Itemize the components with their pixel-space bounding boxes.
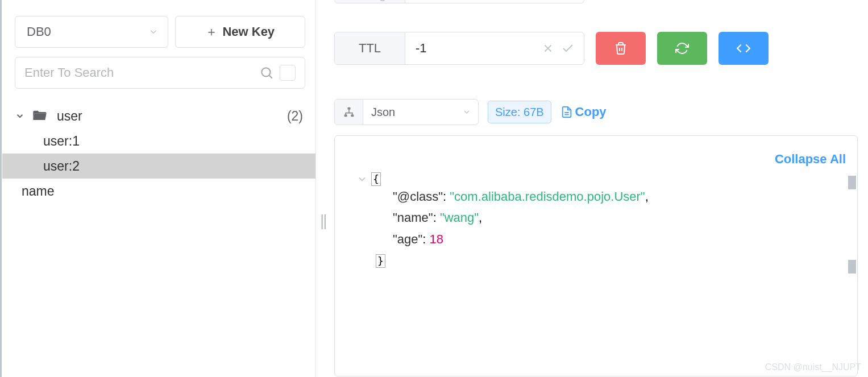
search-input-wrap xyxy=(15,57,305,89)
folder-open-icon xyxy=(32,108,48,124)
sidebar: DB0 ＋ New Key user (2) xyxy=(2,0,316,377)
collapse-all-button[interactable]: Collapse All xyxy=(775,152,846,167)
trash-icon xyxy=(614,42,628,55)
key-label: name xyxy=(22,184,55,199)
svg-point-0 xyxy=(261,68,270,76)
scrollbar-thumb[interactable] xyxy=(848,260,856,274)
key-name-input[interactable]: user:2 xyxy=(405,0,584,3)
svg-rect-5 xyxy=(344,114,347,117)
code-button[interactable] xyxy=(719,32,769,65)
tree-key-user1[interactable]: user:1 xyxy=(2,129,315,154)
tree-folder-user[interactable]: user (2) xyxy=(2,103,315,129)
copy-icon xyxy=(560,106,573,118)
db-select[interactable]: DB0 xyxy=(15,16,168,48)
search-input[interactable] xyxy=(24,65,254,80)
watermark: CSDN @nuist__NJUPT xyxy=(765,362,861,372)
left-resize-handle[interactable] xyxy=(0,0,2,377)
key-label: user:2 xyxy=(43,159,80,174)
json-line: "age": 18 xyxy=(393,229,841,250)
check-icon[interactable] xyxy=(561,42,575,55)
json-line: "name": "wang", xyxy=(393,207,841,228)
delete-button[interactable] xyxy=(596,32,646,65)
svg-rect-6 xyxy=(351,114,354,117)
chevron-down-icon xyxy=(148,27,159,37)
exact-match-toggle[interactable] xyxy=(280,65,296,81)
ttl-group: TTL -1 xyxy=(334,32,584,65)
json-line: "@class": "com.alibaba.redisdemo.pojo.Us… xyxy=(393,186,841,207)
json-viewer: Collapse All { "@class": "com.alibaba.re… xyxy=(334,135,858,376)
close-icon[interactable] xyxy=(542,42,554,55)
refresh-icon xyxy=(675,42,689,55)
key-name-text: user:2 xyxy=(416,0,450,2)
folder-count: (2) xyxy=(287,109,303,124)
key-type-label: String xyxy=(335,0,405,3)
new-key-label: New Key xyxy=(222,24,275,39)
format-label: Json xyxy=(371,106,395,119)
split-handle[interactable]: || xyxy=(320,212,326,230)
ttl-label: TTL xyxy=(335,32,405,64)
code-icon xyxy=(736,41,751,56)
ttl-value-text: -1 xyxy=(416,41,427,56)
tree-key-user2[interactable]: user:2 xyxy=(2,154,315,179)
key-label: user:1 xyxy=(43,134,80,149)
refresh-button[interactable] xyxy=(657,32,707,65)
copy-button[interactable]: Copy xyxy=(560,105,607,119)
key-type-group: String user:2 xyxy=(334,0,584,3)
svg-rect-4 xyxy=(347,107,350,110)
chevron-down-icon[interactable] xyxy=(356,173,368,185)
new-key-button[interactable]: ＋ New Key xyxy=(175,16,306,48)
db-select-label: DB0 xyxy=(27,24,51,39)
key-tree: user (2) user:1 user:2 name xyxy=(2,103,315,204)
chevron-down-icon xyxy=(462,107,471,117)
chevron-down-icon xyxy=(15,111,25,121)
json-content: { "@class": "com.alibaba.redisdemo.pojo.… xyxy=(351,172,841,271)
folder-name: user xyxy=(57,109,82,124)
json-open-brace: { xyxy=(371,172,381,186)
plus-icon: ＋ xyxy=(205,23,218,40)
ttl-input[interactable]: -1 xyxy=(405,32,584,64)
size-badge: Size: 67B xyxy=(488,101,551,123)
search-icon[interactable] xyxy=(259,65,274,80)
svg-line-1 xyxy=(269,76,272,78)
scrollbar-thumb[interactable] xyxy=(848,176,856,189)
detail-panel: String user:2 TTL -1 xyxy=(334,0,868,377)
format-select[interactable]: Json xyxy=(334,99,479,125)
json-close-brace: } xyxy=(376,254,385,268)
sitemap-icon xyxy=(335,100,363,125)
tree-key-name[interactable]: name xyxy=(2,179,315,204)
copy-label: Copy xyxy=(575,105,607,119)
